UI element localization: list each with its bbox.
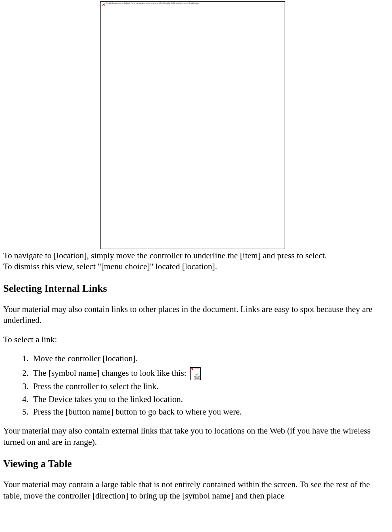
heading-selecting-internal-links: Selecting Internal Links xyxy=(3,282,389,295)
step-text: The [symbol name] changes to look like t… xyxy=(33,368,187,378)
heading-viewing-a-table: Viewing a Table xyxy=(3,457,389,471)
broken-image-placeholder-small: The linked image cannot be displayed. Th… xyxy=(190,367,201,380)
list-item: Move the controller [location]. xyxy=(31,353,389,364)
section1-paragraph-2: To select a link: xyxy=(3,334,389,345)
list-item: The Device takes you to the linked locat… xyxy=(31,394,389,405)
list-item: Press the controller to select the link. xyxy=(31,381,389,392)
section1-paragraph-3: Your material may also contain external … xyxy=(3,425,389,448)
broken-image-alt-text: The linked image cannot be displayed. Th… xyxy=(194,368,200,381)
list-item: Press the [button name] button to go bac… xyxy=(31,406,389,417)
broken-image-icon xyxy=(102,3,105,6)
list-item: The [symbol name] changes to look like t… xyxy=(31,366,389,380)
intro-paragraph: To navigate to [location], simply move t… xyxy=(3,250,389,272)
broken-image-placeholder-large: The linked image cannot be displayed. Th… xyxy=(100,1,285,249)
broken-image-icon xyxy=(191,368,193,370)
section1-paragraph-1: Your material may also contain links to … xyxy=(3,304,389,326)
intro-line-2: To dismiss this view, select "[menu choi… xyxy=(3,262,217,271)
intro-line-1: To navigate to [location], simply move t… xyxy=(3,251,327,260)
broken-image-alt-text: The linked image cannot be displayed. Th… xyxy=(106,2,199,4)
section2-paragraph-1: Your material may contain a large table … xyxy=(3,479,389,501)
steps-list: Move the controller [location]. The [sym… xyxy=(19,353,389,417)
